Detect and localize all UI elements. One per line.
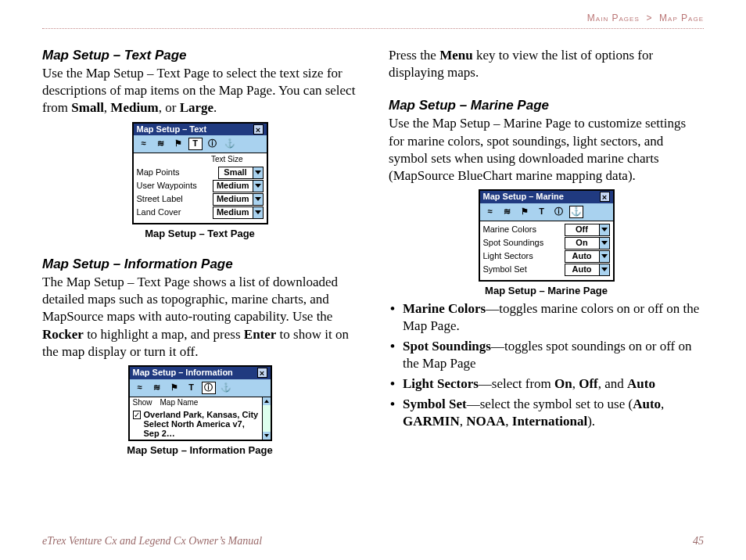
tab-marine-icon[interactable]: ⚓: [569, 206, 583, 218]
tab-general-icon[interactable]: ≈: [483, 206, 497, 218]
tab-general-icon[interactable]: ≈: [133, 382, 147, 394]
tab-text-icon[interactable]: T: [535, 206, 549, 218]
chevron-down-icon[interactable]: [253, 207, 263, 218]
dropdown-value: Off: [565, 224, 599, 235]
dropdown[interactable]: Auto: [565, 250, 610, 263]
tab-points-icon[interactable]: ⚑: [518, 206, 532, 218]
text-bold: Rocker: [42, 327, 84, 342]
tab-points-icon[interactable]: ⚑: [171, 138, 185, 150]
text: , or: [159, 100, 180, 115]
text: —select from: [479, 376, 554, 391]
dropdown[interactable]: Medium: [213, 180, 264, 192]
text-bold: Large: [180, 100, 213, 115]
text: The Map Setup – Text Page shows a list o…: [42, 275, 338, 324]
setting-row: Land Cover Medium: [137, 206, 264, 219]
row-label: Land Cover: [137, 207, 181, 218]
tab-text-icon[interactable]: T: [185, 382, 199, 394]
close-icon[interactable]: ×: [257, 368, 267, 378]
text-bold: Off: [579, 376, 598, 391]
chevron-down-icon[interactable]: [253, 194, 263, 205]
text: ,: [572, 376, 579, 391]
dropdown-value: Medium: [213, 181, 253, 192]
chevron-down-icon[interactable]: [599, 238, 609, 249]
setting-row: Spot Soundings On: [483, 237, 610, 249]
close-icon[interactable]: ×: [253, 124, 264, 135]
scroll-track[interactable]: [263, 405, 271, 433]
manual-page: Main Pages > Map Page Map Setup – Text P…: [0, 0, 746, 560]
dropdown-value: Auto: [565, 264, 599, 275]
text: , and: [598, 376, 627, 391]
tab-info-icon[interactable]: ⓘ: [202, 382, 216, 394]
tab-tracks-icon[interactable]: ≋: [500, 206, 515, 218]
dropdown[interactable]: Small: [218, 167, 264, 179]
tab-tracks-icon[interactable]: ≋: [154, 138, 168, 150]
dropdown[interactable]: On: [565, 237, 610, 249]
chevron-down-icon[interactable]: [599, 264, 609, 275]
dialog-body: Text Size Map Points Small User Waypoint…: [134, 153, 267, 223]
row-label: Symbol Set: [483, 264, 527, 275]
scroll-up-icon[interactable]: [263, 397, 271, 405]
text: ,: [661, 397, 664, 411]
breadcrumb-sep: >: [646, 13, 652, 23]
caption-text-dialog: Map Setup – Text Page: [42, 228, 357, 240]
map-list-item[interactable]: ✓ Overland Park, Kansas, City Select Nor…: [130, 408, 262, 440]
row-label: Spot Soundings: [483, 238, 544, 249]
scrollbar[interactable]: [262, 397, 271, 440]
tab-info-icon[interactable]: ⓘ: [552, 206, 566, 218]
heading-text-page: Map Setup – Text Page: [42, 47, 357, 63]
dialog-tabs: ≈ ≋ ⚑ T ⓘ ⚓: [480, 203, 613, 221]
text: —select the symbol set to use (: [467, 397, 633, 411]
page-number: 45: [693, 534, 704, 548]
dialog-tabs: ≈ ≋ ⚑ T ⓘ ⚓: [134, 135, 267, 153]
breadcrumb-page: Map Page: [659, 13, 704, 23]
content-columns: Map Setup – Text Page Use the Map Setup …: [42, 47, 704, 522]
setting-row: Marine Colors Off: [483, 224, 610, 236]
dropdown-value: Medium: [213, 194, 253, 205]
dialog-title: Map Setup – Information: [133, 368, 233, 379]
page-footer: eTrex Venture Cx and Legend Cx Owner’s M…: [42, 534, 704, 548]
tab-tracks-icon[interactable]: ≋: [150, 382, 164, 394]
tab-marine-icon[interactable]: ⚓: [223, 138, 237, 150]
text: .: [213, 100, 217, 115]
text-bold: NOAA: [466, 414, 505, 429]
row-label: Marine Colors: [483, 224, 536, 235]
col-mapname: Map Name: [160, 398, 199, 408]
bullet-spot-soundings: Spot Soundings—toggles spot soundings on…: [389, 338, 704, 372]
text-bold: On: [554, 376, 572, 391]
text-bold: Symbol Set: [403, 397, 467, 411]
dialog-title: Map Setup – Text: [137, 124, 207, 135]
dialog-titlebar: Map Setup – Text ×: [134, 124, 267, 136]
text-bold: Spot Soundings: [403, 339, 491, 354]
dialog-map-setup-marine: Map Setup – Marine × ≈ ≋ ⚑ T ⓘ ⚓ Marine …: [479, 189, 615, 282]
checkbox-icon[interactable]: ✓: [133, 411, 141, 419]
text-bold: Auto: [633, 397, 661, 411]
dropdown[interactable]: Medium: [213, 206, 264, 219]
dropdown[interactable]: Auto: [565, 264, 610, 276]
dialog-titlebar: Map Setup – Information ×: [130, 367, 271, 379]
breadcrumb-section: Main Pages: [587, 13, 640, 23]
close-icon[interactable]: ×: [600, 192, 610, 202]
tab-text-icon[interactable]: T: [188, 138, 203, 150]
tab-points-icon[interactable]: ⚑: [167, 382, 181, 394]
tab-general-icon[interactable]: ≈: [137, 138, 151, 150]
chevron-down-icon[interactable]: [599, 224, 609, 235]
col-show: Show: [133, 398, 152, 408]
dropdown-value: Small: [219, 167, 253, 178]
dialog-body: Show Map Name ✓ Overland Park, Kansas, C…: [130, 397, 271, 440]
chevron-down-icon[interactable]: [253, 167, 263, 178]
text-bold: Marine Colors: [403, 301, 486, 316]
row-label: Light Sectors: [483, 251, 533, 262]
text-bold: Enter: [244, 327, 277, 342]
dialog-titlebar: Map Setup – Marine ×: [480, 191, 613, 203]
dropdown[interactable]: Medium: [213, 193, 264, 206]
setting-row: Street Label Medium: [137, 193, 264, 206]
tab-marine-icon[interactable]: ⚓: [219, 382, 233, 394]
chevron-down-icon[interactable]: [253, 181, 263, 192]
text-bold: Light Sectors: [403, 376, 479, 391]
tab-info-icon[interactable]: ⓘ: [206, 138, 220, 150]
scroll-down-icon[interactable]: [263, 432, 271, 440]
chevron-down-icon[interactable]: [599, 251, 609, 262]
dropdown[interactable]: Off: [565, 224, 610, 236]
dropdown-value: Auto: [565, 251, 599, 262]
dialog-body: Marine Colors Off Spot Soundings On: [480, 221, 613, 280]
